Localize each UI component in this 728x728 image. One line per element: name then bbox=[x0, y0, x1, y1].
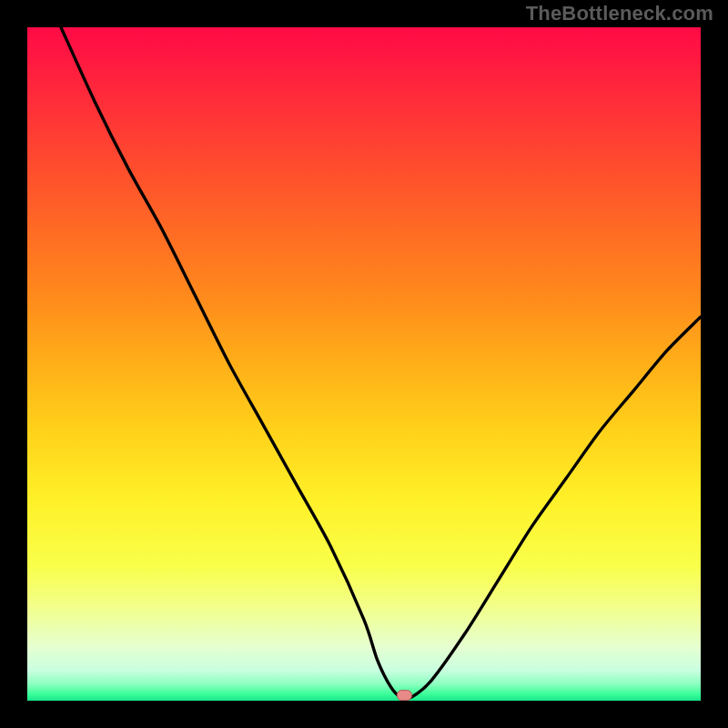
chart-frame: TheBottleneck.com bbox=[0, 0, 728, 728]
attribution-label: TheBottleneck.com bbox=[526, 2, 713, 25]
bottleneck-chart bbox=[27, 27, 701, 701]
optimal-point-marker bbox=[397, 691, 411, 701]
heat-gradient-background bbox=[27, 27, 701, 701]
